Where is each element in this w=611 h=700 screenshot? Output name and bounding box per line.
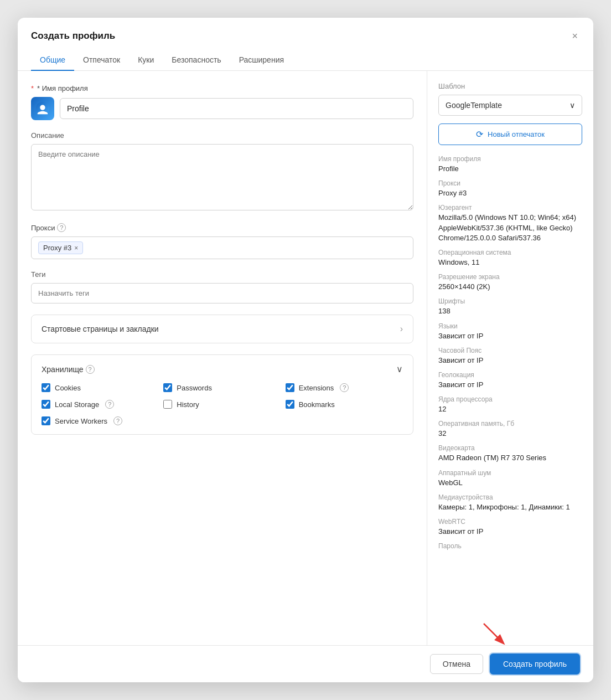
service-workers-info-icon[interactable]: ?: [113, 416, 122, 425]
proxy-section: Прокси ? Proxy #3 ×: [31, 223, 413, 259]
profile-name-input[interactable]: [60, 98, 413, 119]
checkbox-bookmarks-label: Bookmarks: [299, 400, 335, 409]
checkbox-cookies-input[interactable]: [42, 383, 50, 392]
checkbox-service-workers[interactable]: Service Workers ?: [42, 416, 159, 425]
info-key-2: Юзерагент: [438, 204, 582, 212]
storage-section: Хранилище ? ∨ Cookies Passwords: [31, 354, 413, 435]
storage-info-icon[interactable]: ?: [86, 365, 95, 374]
checkbox-passwords-label: Passwords: [177, 384, 212, 392]
proxy-label: Прокси ?: [31, 223, 413, 232]
proxy-tag: Proxy #3 ×: [38, 241, 83, 254]
info-value-14: Зависит от IP: [438, 527, 582, 537]
info-value-8: Зависит от IP: [438, 380, 582, 390]
profile-name-label-text: * Имя профиля: [37, 84, 88, 92]
tab-cookies[interactable]: Куки: [129, 50, 163, 71]
info-key-15: Пароль: [438, 542, 582, 550]
info-key-5: Шрифты: [438, 297, 582, 305]
proxy-label-text: Прокси: [31, 224, 55, 232]
left-panel: * * Имя профиля: [18, 71, 427, 645]
proxy-tag-remove[interactable]: ×: [74, 244, 78, 252]
dialog-footer: Отмена Создать профиль: [18, 645, 593, 682]
checkbox-service-workers-input[interactable]: [42, 416, 50, 425]
info-item-7: Часовой ПоясЗависит от IP: [438, 347, 582, 366]
tab-fingerprint[interactable]: Отпечаток: [74, 50, 129, 71]
info-item-2: ЮзерагентMozilla/5.0 (Windows NT 10.0; W…: [438, 204, 582, 243]
new-fingerprint-button[interactable]: ⟳ Новый отпечаток: [438, 123, 582, 145]
checkbox-bookmarks[interactable]: Bookmarks: [286, 400, 403, 409]
checkbox-extensions[interactable]: Extensions ?: [286, 383, 403, 392]
bookmarks-row[interactable]: Стартовые страницы и закладки ›: [31, 315, 413, 343]
info-key-7: Часовой Пояс: [438, 347, 582, 354]
checkbox-history-label: History: [177, 400, 199, 409]
checkbox-bookmarks-input[interactable]: [286, 400, 294, 409]
info-key-10: Оперативная память, Гб: [438, 420, 582, 428]
checkbox-passwords-input[interactable]: [163, 383, 172, 392]
tab-security[interactable]: Безопасность: [163, 50, 230, 71]
info-value-1: Proxy #3: [438, 188, 582, 198]
description-input[interactable]: [31, 144, 413, 210]
profile-icon: [31, 97, 54, 120]
info-value-4: 2560×1440 (2K): [438, 282, 582, 292]
info-item-13: МедиаустройстваКамеры: 1, Микрофоны: 1, …: [438, 493, 582, 512]
info-key-11: Видеокарта: [438, 444, 582, 452]
checkbox-extensions-label: Extensions: [299, 384, 334, 392]
proxy-input-wrapper[interactable]: Proxy #3 ×: [31, 236, 413, 259]
info-value-6: Зависит от IP: [438, 331, 582, 341]
new-fingerprint-label: Новый отпечаток: [488, 130, 545, 138]
checkbox-local-storage-input[interactable]: [42, 400, 50, 409]
checkbox-history[interactable]: History: [163, 400, 281, 409]
cancel-button[interactable]: Отмена: [430, 654, 483, 674]
checkbox-local-storage-label: Local Storage: [55, 400, 99, 409]
info-key-14: WebRTC: [438, 518, 582, 526]
local-storage-info-icon[interactable]: ?: [105, 400, 114, 409]
info-item-8: ГеолокацияЗависит от IP: [438, 371, 582, 390]
info-key-12: Аппаратный шум: [438, 469, 582, 477]
storage-label-text: Хранилище: [42, 365, 84, 374]
close-button[interactable]: ×: [569, 29, 580, 43]
description-section: Описание: [31, 131, 413, 212]
checkbox-extensions-input[interactable]: [286, 383, 294, 392]
profile-name-label: * * Имя профиля: [31, 84, 413, 92]
checkbox-cookies[interactable]: Cookies: [42, 383, 159, 392]
checkboxes-grid: Cookies Passwords Extensions ? Local: [42, 383, 403, 425]
info-item-6: ЯзыкиЗависит от IP: [438, 322, 582, 341]
info-value-11: AMD Radeon (TM) R7 370 Series: [438, 453, 582, 463]
info-key-3: Операционная система: [438, 249, 582, 256]
info-value-12: WebGL: [438, 478, 582, 488]
right-panel: Шаблон GoogleTemplate ∨ ⟳ Новый отпечато…: [427, 71, 593, 645]
template-select[interactable]: GoogleTemplate ∨: [438, 95, 582, 116]
create-profile-button[interactable]: Создать профиль: [490, 653, 580, 675]
info-value-13: Камеры: 1, Микрофоны: 1, Динамики: 1: [438, 502, 582, 512]
checkbox-history-input[interactable]: [163, 400, 172, 409]
description-label: Описание: [31, 131, 413, 140]
tab-extensions[interactable]: Расширения: [230, 50, 293, 71]
info-key-0: Имя профиля: [438, 155, 582, 163]
info-value-10: 32: [438, 429, 582, 439]
info-item-0: Имя профиляProfile: [438, 155, 582, 174]
fingerprint-icon: ⟳: [476, 129, 483, 140]
create-profile-dialog: Создать профиль × Общие Отпечаток Куки Б…: [18, 18, 593, 682]
info-item-15: Пароль: [438, 542, 582, 550]
checkbox-cookies-label: Cookies: [55, 384, 81, 392]
tab-general[interactable]: Общие: [31, 50, 74, 71]
storage-collapse-icon[interactable]: ∨: [396, 364, 403, 374]
dialog-body: * * Имя профиля: [18, 71, 593, 645]
info-value-2: Mozilla/5.0 (Windows NT 10.0; Win64; x64…: [438, 213, 582, 243]
info-item-5: Шрифты138: [438, 297, 582, 316]
info-value-3: Windows, 11: [438, 258, 582, 267]
info-value-5: 138: [438, 306, 582, 316]
checkbox-local-storage[interactable]: Local Storage ?: [42, 400, 159, 409]
proxy-info-icon[interactable]: ?: [57, 223, 66, 232]
chevron-right-icon: ›: [400, 324, 403, 334]
profile-name-row: [31, 97, 413, 120]
info-value-9: 12: [438, 404, 582, 414]
tags-input[interactable]: [31, 283, 413, 303]
extensions-info-icon[interactable]: ?: [340, 383, 349, 392]
template-chevron-icon: ∨: [569, 101, 575, 110]
checkbox-service-workers-label: Service Workers: [55, 417, 107, 425]
info-item-14: WebRTCЗависит от IP: [438, 518, 582, 537]
checkbox-passwords[interactable]: Passwords: [163, 383, 281, 392]
storage-label: Хранилище ?: [42, 365, 95, 374]
bookmarks-label: Стартовые страницы и закладки: [42, 325, 159, 333]
info-item-1: ПроксиProxy #3: [438, 179, 582, 198]
